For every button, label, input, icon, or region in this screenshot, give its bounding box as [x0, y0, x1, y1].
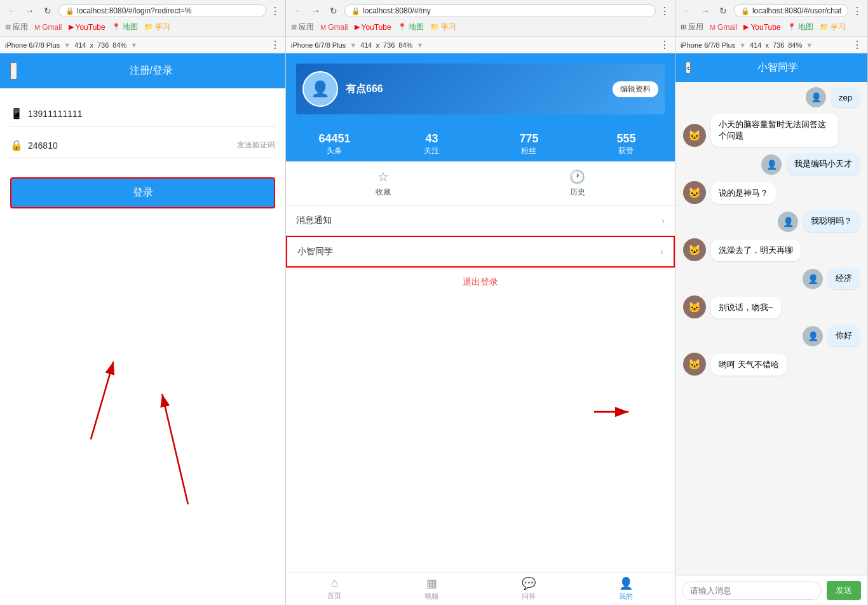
- address-bar-chat[interactable]: 🔒 localhost:8080/#/user/chat: [734, 4, 848, 17]
- device-more-login[interactable]: ⋮: [270, 39, 280, 51]
- bookmark-gmail-login[interactable]: M Gmail: [34, 23, 62, 32]
- menu-item-notification[interactable]: 消息通知 ›: [286, 206, 675, 236]
- phone-input[interactable]: [28, 109, 275, 119]
- send-code-button[interactable]: 发送验证码: [237, 140, 275, 151]
- bookmark-gmail-chat[interactable]: M Gmail: [710, 23, 738, 32]
- device-name-profile: iPhone 6/7/8 Plus: [291, 41, 346, 49]
- more-button-login[interactable]: ⋮: [270, 5, 280, 17]
- lock-icon-profile: 🔒: [351, 7, 360, 15]
- send-button[interactable]: 发送: [827, 581, 861, 600]
- message-1: 🐱 小天的脑容量暂时无法回答这个问题: [683, 114, 860, 147]
- address-bar-login[interactable]: 🔒 localhost:8080/#/login?redirect=%: [58, 4, 266, 17]
- bookmark-maps-chat[interactable]: 📍 地图: [787, 22, 813, 32]
- login-header: ‹ 注册/登录: [0, 53, 285, 88]
- browser-toolbar-chat: ← → ↻ 🔒 localhost:8080/#/user/chat ⋮ ⊞ 应…: [675, 0, 867, 37]
- browser-window-login: ← → ↻ 🔒 localhost:8080/#/login?redirect=…: [0, 0, 286, 605]
- logout-button[interactable]: 退出登录: [286, 268, 675, 297]
- star-icon: ☆: [377, 169, 389, 184]
- stat-toutiao: 64451 头条: [286, 132, 383, 156]
- message-8: 你好 👤: [683, 325, 860, 346]
- stat-fans: 775 粉丝: [480, 132, 578, 156]
- login-title: 注册/登录: [27, 64, 275, 78]
- avatar-3: 🐱: [683, 181, 706, 204]
- avatar-6: 👤: [803, 269, 823, 289]
- avatar-8: 👤: [803, 326, 823, 346]
- refresh-button-profile[interactable]: ↻: [327, 4, 341, 18]
- device-more-profile[interactable]: ⋮: [660, 39, 670, 51]
- bookmark-maps-login[interactable]: 📍 地图: [112, 22, 138, 32]
- bookmark-learn-profile[interactable]: 📁 学习: [430, 22, 456, 32]
- device-toolbar-chat: iPhone 6/7/8 Plus ▼ 414 x 736 84% ▼ ⋮: [675, 37, 867, 53]
- action-collect[interactable]: ☆ 收藏: [286, 169, 480, 198]
- youtube-icon-profile: ▶: [355, 23, 360, 31]
- nav-mine[interactable]: 👤 我的: [578, 576, 675, 601]
- bookmark-youtube-login[interactable]: ▶ YouTube: [69, 23, 105, 32]
- youtube-icon-chat: ▶: [743, 23, 749, 31]
- message-3: 🐱 说的是神马？: [683, 181, 860, 204]
- menu-item-xiaoai[interactable]: 小智同学 ›: [286, 236, 675, 268]
- device-toolbar-profile: iPhone 6/7/8 Plus ▼ 414 x 736 84% ▼ ⋮: [286, 37, 675, 53]
- bookmark-learn-login[interactable]: 📁 学习: [144, 22, 170, 32]
- back-button-profile[interactable]: ←: [291, 4, 305, 18]
- stats-row: 64451 头条 43 关注 775 粉丝 555 获赞: [286, 125, 675, 161]
- device-zoom-login: 84%: [112, 41, 126, 49]
- clock-icon: 🕐: [569, 169, 585, 184]
- bookmark-youtube-chat[interactable]: ▶ YouTube: [743, 23, 780, 32]
- bookmark-gmail-profile[interactable]: M Gmail: [320, 23, 348, 32]
- profile-name: 有点666: [346, 83, 605, 96]
- more-button-profile[interactable]: ⋮: [660, 5, 670, 17]
- device-more-chat[interactable]: ⋮: [852, 39, 862, 51]
- nav-qa-label: 问答: [522, 592, 536, 601]
- sep1-login: ▼: [64, 41, 71, 49]
- bookmark-apps-profile[interactable]: ⊞ 应用: [291, 22, 314, 32]
- chat-input[interactable]: [682, 581, 822, 600]
- refresh-button-chat[interactable]: ↻: [716, 4, 730, 18]
- forward-button-profile[interactable]: →: [309, 4, 323, 18]
- stat-label-toutiao: 头条: [286, 146, 383, 156]
- bubble-9: 哟呵 天气不错哈: [711, 354, 787, 376]
- bookmark-apps-login[interactable]: ⊞ 应用: [5, 22, 28, 32]
- lock-icon: 🔒: [10, 139, 23, 151]
- forward-button-chat[interactable]: →: [698, 4, 712, 18]
- profile-avatar: 👤: [302, 71, 338, 107]
- phone-content-profile: 👤 有点666 编辑资料 64451 头条 43 关注 775 粉丝 555 获…: [286, 53, 675, 605]
- code-input[interactable]: [28, 140, 232, 151]
- back-button-login[interactable]: ←: [5, 4, 19, 18]
- nav-home[interactable]: ⌂ 首页: [286, 576, 383, 601]
- bookmark-maps-profile[interactable]: 📍 地图: [398, 22, 424, 32]
- device-toolbar-login: iPhone 6/7/8 Plus ▼ 414 x 736 84% ▼ ⋮: [0, 37, 285, 53]
- address-bar-profile[interactable]: 🔒 localhost:8080/#/my: [344, 4, 656, 17]
- url-text-profile: localhost:8080/#/my: [363, 6, 431, 15]
- nav-qa[interactable]: 💬 问答: [480, 576, 578, 601]
- stat-label-fans: 粉丝: [480, 146, 578, 156]
- bookmark-apps-chat[interactable]: ⊞ 应用: [681, 22, 703, 32]
- nav-video[interactable]: ▦ 视频: [383, 576, 480, 601]
- youtube-icon-login: ▶: [69, 23, 74, 31]
- browser-window-profile: ← → ↻ 🔒 localhost:8080/#/my ⋮ ⊞ 应用 M Gma…: [286, 0, 675, 605]
- more-button-chat[interactable]: ⋮: [852, 5, 862, 17]
- action-history[interactable]: 🕐 历史: [480, 169, 675, 198]
- message-6: 经济 👤: [683, 268, 860, 289]
- bookmark-learn-chat[interactable]: 📁 学习: [820, 22, 846, 32]
- device-name-chat: iPhone 6/7/8 Plus: [681, 41, 735, 49]
- nav-home-label: 首页: [327, 591, 341, 601]
- browser-nav-chat: ← → ↻ 🔒 localhost:8080/#/user/chat ⋮: [681, 4, 862, 18]
- message-4: 我聪明吗？ 👤: [683, 210, 860, 232]
- forward-button-login[interactable]: →: [23, 4, 37, 18]
- phone-icon: 📱: [10, 107, 23, 119]
- login-button[interactable]: 登录: [10, 177, 275, 208]
- bookmark-youtube-profile[interactable]: ▶ YouTube: [355, 23, 391, 32]
- chat-back-button[interactable]: ‹: [686, 62, 691, 74]
- mine-icon: 👤: [619, 576, 633, 590]
- refresh-button-login[interactable]: ↻: [41, 4, 55, 18]
- login-back-button[interactable]: ‹: [10, 62, 17, 79]
- avatar-9: 🐱: [683, 353, 706, 376]
- nav-mine-label: 我的: [619, 592, 633, 601]
- profile-header: 👤 有点666 编辑资料: [286, 53, 675, 125]
- stat-label-follow: 关注: [383, 146, 480, 156]
- stat-num-fans: 775: [480, 132, 578, 146]
- back-button-chat[interactable]: ←: [681, 4, 695, 18]
- message-9: 🐱 哟呵 天气不错哈: [683, 353, 860, 376]
- edit-profile-button[interactable]: 编辑资料: [613, 81, 658, 97]
- avatar-2: 👤: [761, 154, 782, 175]
